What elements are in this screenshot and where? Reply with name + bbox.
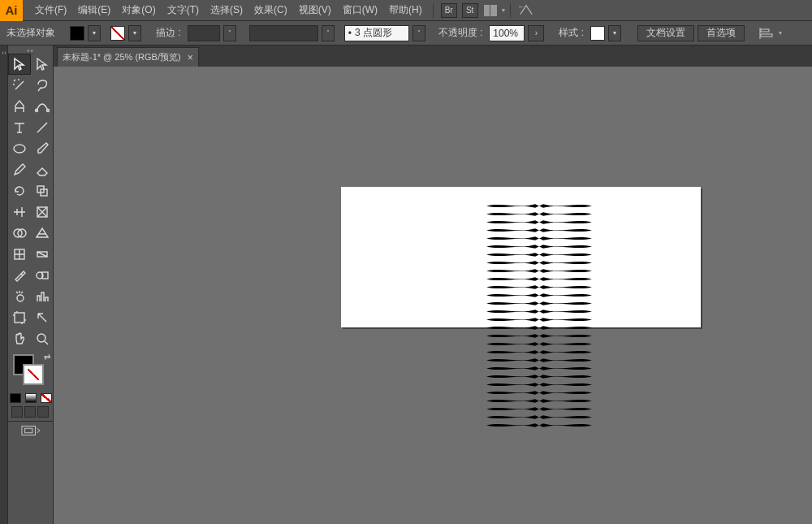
menu-object[interactable]: 对象(O): [116, 0, 161, 21]
stroke-swatch[interactable]: [110, 26, 125, 41]
lasso-tool[interactable]: [31, 75, 54, 96]
svg-rect-17: [15, 313, 24, 323]
tools-panel-grip[interactable]: ••: [8, 47, 53, 54]
brush-definition[interactable]: • 3 点圆形: [344, 25, 409, 41]
menu-separator: [510, 3, 511, 18]
blend-tool[interactable]: [31, 265, 54, 286]
gradient-tool[interactable]: [31, 244, 54, 265]
canvas[interactable]: [54, 67, 812, 524]
shape-builder-tool[interactable]: [8, 223, 31, 244]
free-transform-tool[interactable]: [31, 201, 54, 223]
blend-stripe: [438, 390, 641, 396]
blend-stripe: [438, 317, 641, 323]
artboard-tool[interactable]: [8, 307, 31, 328]
menu-file[interactable]: 文件(F): [29, 0, 72, 21]
curvature-tool[interactable]: [31, 96, 54, 117]
svg-point-6: [14, 145, 25, 153]
stroke-dropdown[interactable]: ▾: [128, 25, 141, 41]
pencil-tool[interactable]: [8, 159, 31, 180]
selection-status: 未选择对象: [6, 26, 55, 40]
menu-separator: [433, 3, 434, 18]
direct-selection-tool[interactable]: [31, 54, 54, 75]
preferences-button[interactable]: 首选项: [698, 25, 745, 41]
graphic-style-swatch[interactable]: [590, 26, 605, 41]
eyedropper-tool[interactable]: [8, 265, 31, 286]
paintbrush-tool[interactable]: [31, 138, 54, 159]
type-tool[interactable]: [8, 117, 31, 138]
bullet-icon: •: [348, 28, 352, 39]
mesh-tool[interactable]: [8, 244, 31, 265]
blend-stripe: [438, 357, 641, 363]
blend-stripe: [438, 268, 641, 274]
blend-stripe: [438, 398, 641, 404]
menu-view[interactable]: 视图(V): [293, 0, 337, 21]
zoom-tool[interactable]: [31, 328, 54, 349]
tools-panel: •• ⇄: [8, 45, 54, 524]
svg-point-18: [37, 334, 45, 342]
ellipse-tool[interactable]: [8, 138, 31, 159]
brush-dropdown[interactable]: ˅: [412, 25, 425, 41]
hand-tool[interactable]: [8, 328, 31, 349]
draw-inside-icon[interactable]: [37, 406, 49, 418]
svg-rect-1: [761, 29, 769, 32]
eraser-tool[interactable]: [31, 159, 54, 180]
blend-stripe: [438, 276, 641, 282]
document-setup-button[interactable]: 文档设置: [637, 25, 694, 41]
stroke-weight-input[interactable]: [188, 25, 220, 41]
draw-behind-icon[interactable]: [24, 406, 36, 418]
line-tool[interactable]: [31, 117, 54, 138]
gpu-preview-icon[interactable]: [519, 4, 533, 17]
blend-stripe: [438, 382, 641, 388]
fill-dropdown[interactable]: ▾: [88, 25, 101, 41]
draw-normal-icon[interactable]: [11, 406, 23, 418]
style-label: 样式 :: [559, 26, 584, 40]
graphic-style-dropdown[interactable]: ▾: [608, 25, 621, 41]
perspective-grid-tool[interactable]: [31, 223, 54, 244]
menu-type[interactable]: 文字(T): [162, 0, 205, 21]
menu-edit[interactable]: 编辑(E): [72, 0, 116, 21]
blend-stripe: [438, 260, 641, 266]
blend-stripe: [438, 284, 641, 290]
left-panel-strip[interactable]: ‹‹: [0, 45, 8, 524]
blend-stripe: [438, 292, 641, 298]
fill-swatch[interactable]: [70, 26, 84, 41]
close-tab-icon[interactable]: ×: [188, 52, 193, 63]
screen-mode-button[interactable]: [8, 421, 54, 439]
variable-width-dropdown[interactable]: ˅: [322, 25, 335, 41]
fill-stroke-control[interactable]: ⇄: [8, 353, 54, 390]
selection-tool[interactable]: [8, 54, 31, 75]
app-logo: Ai: [0, 0, 23, 21]
menu-window[interactable]: 窗口(W): [337, 0, 383, 21]
variable-width-profile[interactable]: [249, 25, 318, 41]
menu-select[interactable]: 选择(S): [205, 0, 248, 21]
workspace: ‹‹ •• ⇄ 未标题-1* @ 25% (RGB/预览): [0, 45, 812, 524]
bridge-icon[interactable]: Br: [441, 3, 457, 18]
color-mode-icon[interactable]: [8, 392, 24, 405]
menu-effect[interactable]: 效果(C): [248, 0, 293, 21]
blend-stripe: [438, 406, 641, 412]
stroke-weight-dropdown[interactable]: ˅: [223, 25, 236, 41]
document-tab[interactable]: 未标题-1* @ 25% (RGB/预览) ×: [57, 47, 199, 67]
blend-stripe: [438, 211, 641, 217]
stock-icon[interactable]: St: [462, 3, 478, 18]
align-icon[interactable]: [759, 27, 774, 40]
opacity-arrow-icon[interactable]: ›: [528, 25, 544, 41]
arrange-documents-icon[interactable]: [484, 5, 497, 16]
menu-help[interactable]: 帮助(H): [383, 0, 428, 21]
opacity-input[interactable]: 100%: [489, 25, 525, 41]
blend-stripe: [438, 374, 641, 379]
slice-tool[interactable]: [31, 307, 54, 328]
column-graph-tool[interactable]: [31, 286, 54, 307]
none-mode-icon[interactable]: [38, 392, 54, 405]
magic-wand-tool[interactable]: [8, 75, 31, 96]
symbol-sprayer-tool[interactable]: [8, 286, 31, 307]
width-tool[interactable]: [8, 201, 31, 223]
pen-tool[interactable]: [8, 96, 31, 117]
svg-point-4: [36, 110, 38, 112]
swap-fill-stroke-icon[interactable]: ⇄: [44, 353, 50, 362]
gradient-mode-icon[interactable]: [24, 392, 39, 405]
scale-tool[interactable]: [31, 180, 54, 201]
stroke-color-box[interactable]: [23, 364, 44, 385]
document-area: 未标题-1* @ 25% (RGB/预览) ×: [54, 45, 812, 524]
rotate-tool[interactable]: [8, 180, 31, 201]
